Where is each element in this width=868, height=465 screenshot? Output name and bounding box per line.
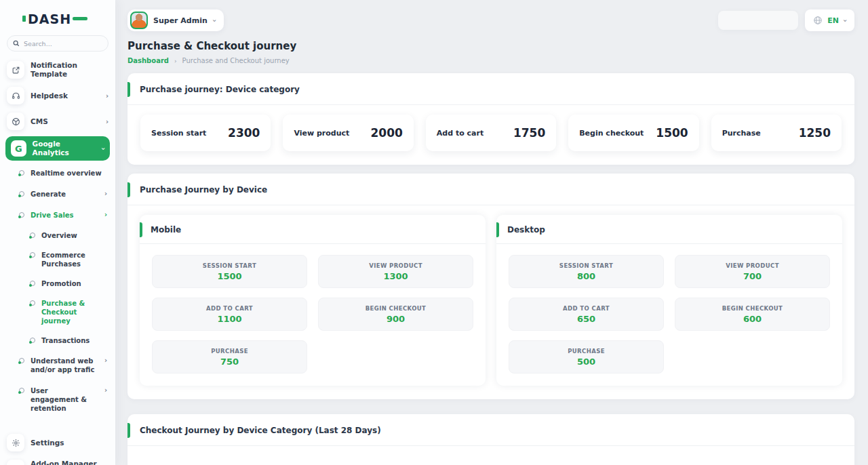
- sidebar-item-ecommerce-purchases[interactable]: Ecommerce Purchases: [0, 245, 115, 274]
- stat-label: Add to cart: [437, 129, 484, 138]
- purchase-journey-card-title: Purchase journey: Device category: [127, 73, 854, 105]
- sidebar-item-purchase-checkout-journey[interactable]: Purchase & Checkout journey: [0, 294, 115, 331]
- stat-box-purchase: PURCHASE 750: [152, 340, 307, 373]
- sidebar-item-user-engagement-retention[interactable]: User engagement & retention ›: [0, 380, 115, 419]
- journey-by-device-card-title: Purchase Journey by Device: [127, 174, 854, 205]
- journey-by-device-card: Purchase Journey by Device Mobile SESSIO…: [127, 174, 854, 399]
- breadcrumb-dashboard[interactable]: Dashboard: [127, 57, 169, 64]
- search-icon: [13, 40, 20, 47]
- chevron-right-icon: ›: [104, 190, 107, 197]
- breadcrumb-current: Purchase and Checkout journey: [182, 57, 290, 64]
- cube-icon: [7, 113, 24, 130]
- stat-label: SESSION START: [513, 262, 659, 269]
- bullet-icon: [30, 300, 35, 306]
- notification-template-icon: [7, 61, 24, 79]
- user-menu[interactable]: Super Admin ›: [127, 9, 224, 31]
- chevron-right-icon: ›: [104, 357, 107, 364]
- globe-icon: [813, 16, 823, 25]
- sidebar-item-transactions[interactable]: Transactions: [0, 331, 115, 350]
- stat-box-session-start: SESSION START 800: [509, 255, 664, 288]
- funnel-stat-view-product: View product 2000: [283, 115, 413, 151]
- chevron-right-icon: ›: [106, 92, 108, 100]
- brand-logo-dash: [73, 17, 87, 20]
- sidebar-item-settings[interactable]: Settings: [0, 430, 115, 456]
- sidebar-item-label: Helpdesk: [31, 92, 68, 100]
- sidebar-item-label: Overview: [41, 231, 77, 240]
- stat-box-begin-checkout: BEGIN CHECKOUT 900: [318, 298, 473, 331]
- brand-logo[interactable]: DASH: [0, 8, 115, 30]
- funnel-stat-purchase: Purchase 1250: [711, 115, 842, 151]
- stat-value: 2000: [370, 126, 402, 140]
- stat-value: 1500: [157, 271, 302, 281]
- sidebar-item-label: Purchase & Checkout journey: [41, 299, 107, 325]
- purchase-journey-card: Purchase journey: Device category Sessio…: [127, 73, 854, 165]
- sidebar-item-understand-web-traffic[interactable]: Understand web and/or app trafic ›: [0, 350, 115, 380]
- sidebar-item-helpdesk[interactable]: Helpdesk ›: [0, 83, 115, 108]
- sidebar-item-label: Promotion: [41, 279, 81, 288]
- sidebar-item-label: User engagement & retention: [31, 386, 98, 413]
- funnel-stats-row: Session start 2300 View product 2000 Add…: [127, 105, 854, 165]
- stat-value: 2300: [228, 126, 260, 140]
- stat-label: Purchase: [722, 129, 761, 138]
- sidebar-item-google-analytics[interactable]: G Google Analytics ›: [5, 136, 110, 161]
- sidebar-item-label: Drive Sales: [31, 211, 74, 220]
- bullet-icon: [30, 252, 35, 258]
- sidebar-item-label: CMS: [31, 117, 48, 126]
- stat-box-add-to-cart: ADD TO CART 650: [509, 298, 664, 331]
- faded-action-button[interactable]: [718, 11, 798, 30]
- stat-value: 1250: [799, 126, 831, 140]
- sidebar-item-label: Realtime overview: [31, 169, 102, 178]
- sidebar-search[interactable]: [7, 35, 108, 52]
- sidebar-item-notification-template[interactable]: Notification Template: [0, 57, 115, 83]
- topbar: Super Admin › EN ›: [127, 9, 854, 31]
- chevron-down-icon: ›: [99, 147, 106, 150]
- gear-icon: [7, 434, 24, 451]
- avatar: [130, 12, 148, 29]
- stat-label: PURCHASE: [513, 348, 659, 355]
- chevron-down-icon: ›: [841, 19, 848, 22]
- google-analytics-icon: G: [11, 140, 26, 157]
- sidebar-item-label: Ecommerce Purchases: [41, 251, 107, 268]
- stat-value: 1500: [656, 126, 688, 140]
- stat-label: Session start: [151, 129, 206, 138]
- sidebar-item-addon-manager[interactable]: Add-on Manager Premium: [0, 456, 115, 465]
- language-selector[interactable]: EN ›: [805, 9, 854, 31]
- sidebar-item-label: Transactions: [41, 336, 90, 345]
- language-code: EN: [827, 16, 839, 25]
- sidebar-item-generate[interactable]: Generate ›: [0, 184, 115, 205]
- checkout-journey-card: Checkout Journey by Device Category (Las…: [127, 414, 854, 465]
- breadcrumb-separator-icon: ›: [174, 58, 177, 64]
- stat-box-purchase: PURCHASE 500: [509, 340, 664, 373]
- mobile-stat-grid: SESSION START 1500 VIEW PRODUCT 1300 ADD…: [140, 244, 486, 386]
- device-row: Mobile SESSION START 1500 VIEW PRODUCT 1…: [127, 205, 854, 399]
- sidebar-item-label: Generate: [31, 190, 66, 199]
- headset-icon: [7, 87, 24, 104]
- sidebar-item-cms[interactable]: CMS ›: [0, 108, 115, 134]
- stat-label: PURCHASE: [157, 348, 302, 355]
- bullet-icon: [19, 358, 24, 363]
- grid-icon: [7, 460, 24, 465]
- stat-label: VIEW PRODUCT: [323, 262, 469, 269]
- sidebar-item-drive-sales[interactable]: Drive Sales ›: [0, 205, 115, 226]
- stat-box-session-start: SESSION START 1500: [152, 255, 307, 288]
- bullet-icon: [30, 232, 35, 238]
- funnel-stat-add-to-cart: Add to cart 1750: [426, 115, 556, 151]
- stat-box-view-product: VIEW PRODUCT 700: [675, 255, 830, 288]
- stat-value: 800: [513, 271, 659, 281]
- sidebar-item-promotion[interactable]: Promotion: [0, 274, 115, 294]
- stat-box-view-product: VIEW PRODUCT 1300: [318, 255, 473, 288]
- stat-box-begin-checkout: BEGIN CHECKOUT 600: [675, 298, 830, 331]
- main-content: Super Admin › EN › Purchase & Checkout j…: [115, 0, 868, 465]
- sidebar-item-overview[interactable]: Overview: [0, 226, 115, 245]
- stat-label: ADD TO CART: [513, 305, 659, 312]
- bullet-icon: [19, 191, 24, 197]
- desktop-card-title: Desktop: [496, 215, 842, 244]
- topbar-right: EN ›: [718, 9, 854, 31]
- mobile-card-title: Mobile: [140, 215, 486, 244]
- stat-label: SESSION START: [157, 262, 302, 269]
- user-name: Super Admin: [153, 16, 208, 25]
- desktop-stat-grid: SESSION START 800 VIEW PRODUCT 700 ADD T…: [496, 244, 842, 386]
- sidebar-item-realtime-overview[interactable]: Realtime overview: [0, 163, 115, 184]
- search-input[interactable]: [24, 40, 102, 47]
- stat-value: 650: [513, 314, 659, 324]
